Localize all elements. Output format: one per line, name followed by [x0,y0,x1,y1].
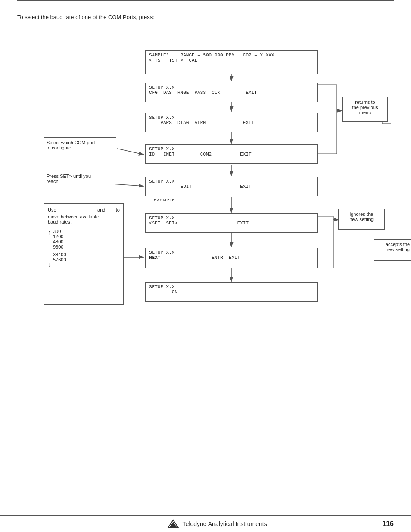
menu-box-set: SETUP X.X <SET SET> EXIT [145,213,318,233]
menu-box-edit: SETUP X.X EDIT EXIT [145,177,318,196]
example-label: EXAMPLE [154,198,175,202]
note-ignores: ignores thenew setting [338,209,385,230]
menu-box-vars: SETUP X.X VARS DIAG ALRM EXIT [145,113,318,132]
note-com-port: Select which COM portto configure. [44,137,116,158]
menu-box-cfg: SETUP X.X CFG DAS RNGE PASS CLK EXIT [145,83,318,102]
menu-box-on: SETUP X.X ON [145,282,318,302]
note-returns-to-menu: returns tothe previousmenu [342,97,388,122]
menu-box-com2: SETUP X.X ID INET COM2 EXIT [145,144,318,164]
footer-center: Teledyne Analytical Instruments [167,519,267,529]
menu-box-sample: SAMPLE* RANGE = 500.000 PPM CO2 = X.XXX … [145,50,318,74]
page-number: 116 [382,520,394,528]
svg-line-13 [117,149,144,155]
intro-text: To select the baud rate of one of the CO… [17,14,394,20]
note-accepts: accepts thenew setting [374,239,411,261]
teledyne-logo-icon [167,519,179,529]
note-press-set: Press SET> until youreach [44,171,112,189]
page-content: To select the baud rate of one of the CO… [0,1,411,356]
note-baud-rates: Use and to move between availablebaud ra… [44,203,124,305]
company-name: Teledyne Analytical Instruments [183,520,267,527]
diagram: SAMPLE* RANGE = 500.000 PPM CO2 = X.XXX … [20,29,391,330]
menu-box-next: SETUP X.X NEXT ENTR EXIT [145,248,318,268]
footer: Teledyne Analytical Instruments 116 [0,515,411,532]
svg-line-14 [113,184,144,186]
